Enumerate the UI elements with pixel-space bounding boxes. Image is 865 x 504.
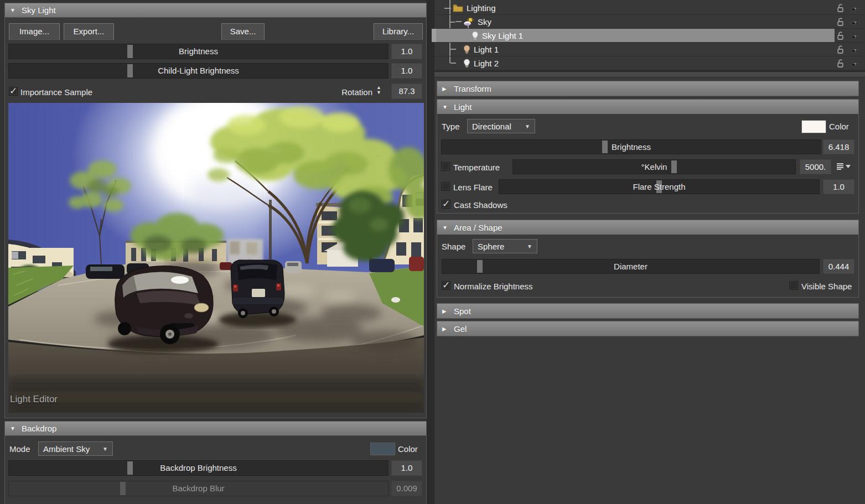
unlocked-lock-icon[interactable] xyxy=(836,59,845,70)
tree-item-light-1[interactable]: Light 1 xyxy=(434,43,865,56)
dropdown-value: Ambient Sky xyxy=(43,444,90,454)
slider-handle[interactable] xyxy=(127,64,133,77)
flare-strength-value[interactable]: 1.0 xyxy=(823,179,854,194)
spot-section-header[interactable]: ▶ Spot xyxy=(437,304,858,318)
shape-dropdown[interactable]: Sphere ▼ xyxy=(473,239,537,253)
visibility-eye-icon[interactable] xyxy=(850,33,859,42)
section-title: Gel xyxy=(454,324,467,334)
tree-item-sky-light-1[interactable]: Sky Light 1 xyxy=(434,29,865,43)
lens-flare-checkbox[interactable] xyxy=(441,182,450,191)
scene-right-pane: Lighting Sky xyxy=(434,0,865,504)
shape-label: Shape xyxy=(442,242,465,251)
type-label: Type xyxy=(442,122,460,131)
light-color-swatch[interactable] xyxy=(801,120,826,133)
diameter-slider[interactable]: Diameter xyxy=(442,259,820,274)
cast-shadows-checkbox[interactable]: ✓ xyxy=(442,200,450,209)
light-brightness-value[interactable]: 6.418 xyxy=(823,139,854,154)
flare-strength-slider[interactable]: Flare Strength xyxy=(499,179,820,194)
kelvin-preset-menu-icon[interactable] xyxy=(836,163,851,170)
light-bulb-icon xyxy=(463,45,470,54)
tree-item-label: Sky Light 1 xyxy=(482,31,523,40)
unlocked-lock-icon[interactable] xyxy=(836,31,845,42)
temperature-checkbox[interactable] xyxy=(441,162,450,171)
importance-sample-label: Importance Sample xyxy=(20,87,92,97)
tree-item-lighting[interactable]: Lighting xyxy=(434,1,865,15)
normalize-brightness-checkbox[interactable]: ✓ xyxy=(442,281,450,290)
slider-handle xyxy=(120,482,126,495)
section-title: Area / Shape xyxy=(454,223,503,232)
sky-light-section-header[interactable]: ▼ Sky Light xyxy=(5,3,426,18)
backdrop-color-swatch[interactable] xyxy=(370,443,395,455)
tree-item-sky[interactable]: Sky xyxy=(434,15,865,29)
pane-splitter[interactable] xyxy=(434,72,865,77)
light-editor-left-pane: ▼ Sky Light Image... Export... Save... L… xyxy=(0,0,427,504)
save-button[interactable]: Save... xyxy=(221,23,265,40)
kelvin-value[interactable]: 5000. xyxy=(800,159,831,174)
folder-icon xyxy=(453,3,463,12)
library-button[interactable]: Library... xyxy=(374,23,423,40)
area-shape-section: ▼ Area / Shape Shape Sphere ▼ Diameter 0… xyxy=(437,220,859,298)
visibility-eye-icon[interactable] xyxy=(850,46,859,56)
tree-item-label: Light 1 xyxy=(474,45,499,54)
dropdown-value: Directional xyxy=(472,122,511,131)
tree-item-label: Lighting xyxy=(467,3,496,13)
transform-section-header[interactable]: ▶ Transform xyxy=(437,81,858,96)
collapse-triangle-icon: ▼ xyxy=(442,104,449,110)
light-editor-caption: Light Editor xyxy=(10,394,58,405)
backdrop-brightness-value[interactable]: 1.0 xyxy=(391,460,422,476)
scene-hierarchy-tree: Lighting Sky xyxy=(434,0,865,71)
stepper-down-icon[interactable]: ▼ xyxy=(376,90,381,95)
visible-shape-checkbox[interactable] xyxy=(789,281,798,290)
light-brightness-slider[interactable]: Brightness xyxy=(441,139,821,154)
section-title: Spot xyxy=(454,306,471,316)
brightness-value[interactable]: 1.0 xyxy=(391,44,422,59)
lens-flare-label: Lens Flare xyxy=(453,183,493,192)
slider-label: Diameter xyxy=(442,259,819,273)
slider-handle[interactable] xyxy=(477,260,483,273)
spot-section: ▶ Spot xyxy=(437,303,859,319)
child-light-brightness-value[interactable]: 1.0 xyxy=(391,63,422,79)
unlocked-lock-icon[interactable] xyxy=(836,3,845,14)
section-title: Light xyxy=(454,102,472,112)
rotation-value[interactable]: 87.3 xyxy=(391,84,422,99)
diameter-value[interactable]: 0.444 xyxy=(823,259,854,274)
kelvin-slider[interactable]: °Kelvin xyxy=(512,159,796,174)
unlocked-lock-icon[interactable] xyxy=(836,17,845,28)
slider-handle[interactable] xyxy=(656,180,662,193)
visibility-eye-icon[interactable] xyxy=(850,60,859,70)
light-type-dropdown[interactable]: Directional ▼ xyxy=(467,119,535,133)
brightness-slider[interactable]: Brightness xyxy=(8,44,389,59)
importance-sample-checkbox[interactable]: ✓ xyxy=(9,87,18,96)
image-button[interactable]: Image... xyxy=(9,23,60,40)
section-title: Transform xyxy=(454,84,491,93)
normalize-brightness-label: Normalize Brightness xyxy=(454,282,533,291)
light-color-label: Color xyxy=(829,122,849,131)
unlocked-lock-icon[interactable] xyxy=(836,45,845,56)
backdrop-mode-dropdown[interactable]: Ambient Sky ▼ xyxy=(38,441,113,456)
gel-section-header[interactable]: ▶ Gel xyxy=(437,321,858,336)
collapse-triangle-icon: ▶ xyxy=(442,326,449,332)
slider-handle[interactable] xyxy=(127,461,133,475)
light-section-header[interactable]: ▼ Light xyxy=(437,100,858,114)
backdrop-brightness-slider[interactable]: Backdrop Brightness xyxy=(8,460,389,476)
rotation-stepper[interactable]: ▲ ▼ xyxy=(376,85,381,95)
child-light-brightness-slider[interactable]: Child-Light Brightness xyxy=(8,63,389,79)
slider-handle[interactable] xyxy=(671,160,677,173)
temperature-label: Temperature xyxy=(453,163,500,172)
slider-label: °Kelvin xyxy=(513,160,795,174)
visibility-eye-icon[interactable] xyxy=(850,5,859,14)
tree-item-light-2[interactable]: Light 2 xyxy=(434,56,865,70)
slider-handle[interactable] xyxy=(127,45,133,58)
collapse-triangle-icon: ▶ xyxy=(442,86,449,92)
export-button[interactable]: Export... xyxy=(64,23,114,40)
tree-item-label: Sky xyxy=(478,17,491,27)
slider-label: Backdrop Blur xyxy=(9,481,388,496)
sky-light-preview-image[interactable] xyxy=(8,103,424,413)
visibility-eye-icon[interactable] xyxy=(850,19,859,28)
area-shape-section-header[interactable]: ▼ Area / Shape xyxy=(437,220,858,235)
rotation-label: Rotation xyxy=(293,87,372,97)
backdrop-section-header[interactable]: ▼ Backdrop xyxy=(5,422,426,436)
slider-handle[interactable] xyxy=(602,141,608,153)
mode-label: Mode xyxy=(9,444,30,454)
section-title: Backdrop xyxy=(22,424,56,433)
